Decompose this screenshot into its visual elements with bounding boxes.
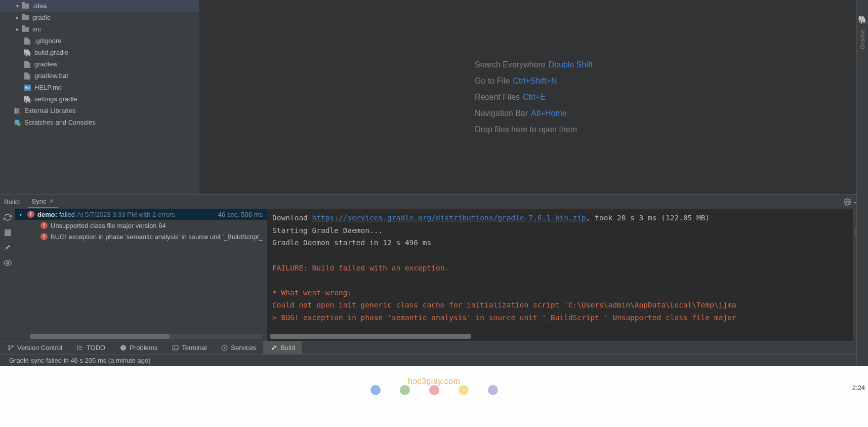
hint-label: Recent Files: [475, 93, 520, 101]
shortcut[interactable]: Ctrl+E: [523, 93, 546, 101]
svg-point-9: [12, 345, 13, 347]
branch-icon: [7, 344, 14, 352]
shortcut[interactable]: Alt+Home: [531, 109, 567, 118]
gear-icon[interactable]: [842, 196, 853, 207]
svg-point-8: [8, 345, 10, 347]
console-error: Could not open init generic class cache …: [272, 301, 736, 309]
tree-label: build.gradle: [34, 49, 68, 56]
folder-icon: [21, 2, 29, 10]
build-row-root[interactable]: ▾ ! demo: failed At 5/7/2023 3:33 PM wit…: [15, 209, 267, 220]
tree-label: settings.gradle: [34, 95, 77, 103]
tree-item[interactable]: MD HELP.md: [0, 82, 199, 93]
bottom-toolbar: Version Control TODO Problems Terminal S…: [0, 341, 868, 354]
tree-item[interactable]: 🐘 settings.gradle: [0, 93, 199, 105]
warning-icon: [119, 344, 127, 352]
file-icon: [23, 37, 31, 45]
error-icon: !: [40, 233, 48, 240]
stop-icon[interactable]: [3, 228, 12, 237]
build-events-tree[interactable]: ▾ ! demo: failed At 5/7/2023 3:33 PM wit…: [15, 209, 267, 341]
console-text: Gradle Daemon started in 12 s 496 ms: [272, 239, 431, 247]
tree-item[interactable]: .gitignore: [0, 35, 199, 47]
build-row-error[interactable]: ! BUG! exception in phase 'semantic anal…: [15, 231, 267, 242]
svg-rect-1: [16, 108, 18, 113]
tree-label: gradlew.bat: [34, 72, 68, 80]
view-icon[interactable]: [3, 258, 12, 267]
tab-problems[interactable]: Problems: [112, 341, 164, 354]
build-row-error[interactable]: ! Unsupported class file major version 6…: [15, 220, 267, 231]
tree-label: src: [32, 25, 41, 33]
tab-terminal[interactable]: Terminal: [164, 341, 214, 354]
tab-build[interactable]: Build: [263, 341, 302, 354]
tab-label: Sync: [32, 198, 47, 205]
gradle-label[interactable]: Gradle: [859, 29, 865, 49]
markdown-icon: MD: [23, 84, 31, 92]
scrollbar-horizontal[interactable]: [30, 334, 263, 339]
console-link[interactable]: https://services.gradle.org/distribution…: [312, 214, 586, 222]
close-icon[interactable]: ✕: [49, 198, 54, 205]
folder-icon: [21, 14, 29, 22]
refresh-icon[interactable]: [3, 213, 12, 222]
tree-label: gradle: [32, 14, 51, 21]
console-error: * What went wrong:: [272, 289, 352, 297]
tree-item[interactable]: gradlew.bat: [0, 70, 199, 82]
build-project: demo:: [37, 211, 57, 218]
svg-point-7: [7, 262, 9, 264]
svg-rect-19: [123, 349, 123, 350]
console-text: Starting Gradle Daemon...: [272, 226, 383, 235]
file-icon: [23, 72, 31, 80]
build-title: Build:: [4, 198, 21, 206]
build-console[interactable]: Download https://services.gradle.org/dis…: [267, 209, 868, 341]
tree-label: .idea: [32, 2, 47, 10]
tab-label: Terminal: [182, 344, 206, 352]
project-tree[interactable]: ▾ .idea ▸ gradle ▸ src .gitignore: [0, 0, 199, 194]
pin-icon[interactable]: [3, 243, 12, 252]
hint-label: Search Everywhere: [475, 60, 546, 69]
library-icon: [13, 107, 21, 115]
scrollbar-horizontal[interactable]: [270, 334, 471, 339]
error-text: Unsupported class file major version 64: [51, 222, 166, 229]
svg-point-14: [77, 346, 78, 346]
svg-point-5: [846, 201, 848, 203]
tab-sync[interactable]: Sync ✕: [28, 196, 59, 208]
svg-rect-20: [173, 345, 178, 350]
editor-empty-state: Search EverywhereDouble Shift Go to File…: [199, 0, 868, 194]
right-toolbar[interactable]: 🐘 Gradle: [856, 0, 868, 427]
tab-todo[interactable]: TODO: [69, 341, 112, 354]
svg-rect-6: [5, 229, 11, 236]
error-text: BUG! exception in phase 'semantic analys…: [51, 233, 263, 241]
svg-rect-18: [123, 346, 123, 348]
tree-item-scratches[interactable]: Scratches and Consoles: [0, 117, 199, 128]
console-error: > BUG! exception in phase 'semantic anal…: [272, 314, 736, 322]
gradle-icon[interactable]: 🐘: [858, 15, 867, 24]
tree-item[interactable]: ▾ .idea: [0, 0, 199, 12]
error-icon: !: [40, 222, 48, 229]
console-text: Download: [272, 214, 312, 222]
tree-label: Scratches and Consoles: [24, 119, 96, 126]
taskbar: [0, 385, 868, 397]
status-message: Gradle sync failed in 46 s 205 ms (a min…: [9, 357, 151, 364]
tree-item[interactable]: ▸ src: [0, 23, 199, 35]
svg-point-15: [77, 347, 78, 348]
svg-point-4: [17, 123, 21, 126]
scratches-icon: [13, 119, 21, 127]
tree-label: gradlew: [34, 60, 58, 68]
chevron-right-icon: ▸: [14, 26, 20, 32]
tree-item[interactable]: 🐘 build.gradle: [0, 47, 199, 58]
chevron-down-icon: ▾: [14, 3, 20, 9]
svg-point-16: [77, 349, 78, 350]
tree-item[interactable]: ▸ gradle: [0, 12, 199, 23]
chevron-right-icon: ▸: [14, 15, 20, 20]
build-toolbar: [0, 209, 15, 341]
shortcut[interactable]: Double Shift: [549, 60, 593, 69]
play-icon: [221, 344, 228, 352]
tree-item[interactable]: gradlew: [0, 58, 199, 70]
tree-label: .gitignore: [34, 37, 61, 45]
tab-version-control[interactable]: Version Control: [0, 341, 69, 354]
shortcut[interactable]: Ctrl+Shift+N: [513, 76, 557, 85]
chevron-down-icon: ▾: [19, 212, 25, 217]
build-meta: At 5/7/2023 3:33 PM with 2 errors: [77, 211, 175, 218]
tree-item-external-libraries[interactable]: External Libraries: [0, 105, 199, 117]
tab-services[interactable]: Services: [214, 341, 263, 354]
folder-icon: [21, 25, 29, 33]
tab-label: TODO: [87, 344, 105, 352]
